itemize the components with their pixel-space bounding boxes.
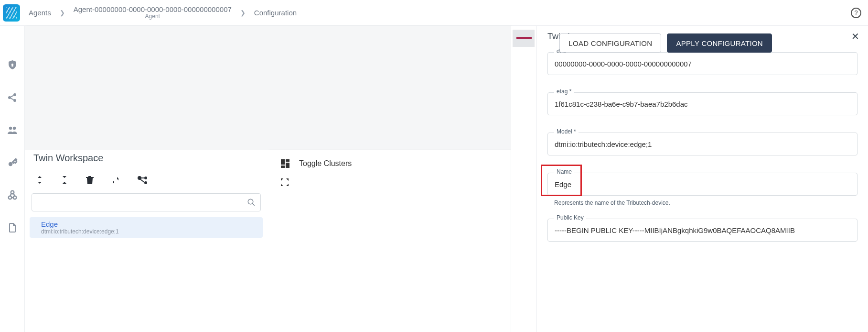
public-key-field[interactable]: [547, 219, 857, 242]
twin-instance-panel: Twin Instance ✕ dtId * etag * Model * Na…: [537, 26, 868, 332]
toggle-clusters-label[interactable]: Toggle Clusters: [299, 159, 352, 168]
shield-icon[interactable]: [7, 59, 18, 71]
name-label: Name: [554, 168, 574, 175]
webhook-icon[interactable]: [7, 189, 18, 201]
chevron-right-icon: ❯: [240, 9, 246, 16]
close-icon[interactable]: ✕: [851, 31, 859, 42]
share-icon[interactable]: [7, 92, 18, 103]
search-icon: [247, 198, 256, 207]
breadcrumb-root[interactable]: Agents: [29, 9, 51, 17]
workspace-item-edge[interactable]: Edge dtmi:io:tributech:device:edge;1: [30, 217, 263, 238]
svg-rect-1: [11, 65, 13, 66]
breadcrumb-agent[interactable]: Agent-00000000-0000-0000-0000-0000000000…: [74, 5, 232, 20]
name-hint: Represents the name of the Tributech-dev…: [554, 199, 857, 206]
minimap[interactable]: [511, 26, 537, 332]
key-icon[interactable]: [7, 157, 18, 168]
svg-point-14: [248, 199, 253, 204]
swap-icon[interactable]: [112, 176, 119, 185]
svg-point-5: [9, 127, 11, 130]
help-icon[interactable]: ?: [851, 8, 861, 18]
graph-icon[interactable]: [138, 176, 148, 185]
svg-rect-17: [286, 163, 289, 168]
breadcrumb-agent-type: Agent: [145, 13, 160, 20]
svg-point-13: [144, 181, 147, 184]
collapse-icon[interactable]: [61, 176, 68, 185]
graph-canvas[interactable]: Toggle Clusters Edge dtmi:io:tributech:d…: [268, 150, 511, 332]
workspace-panel: LOAD CONFIGURATION APPLY CONFIGURATION T…: [25, 26, 511, 332]
etag-label: etag *: [554, 88, 574, 95]
etag-field[interactable]: [547, 92, 857, 115]
search-input-wrapper[interactable]: [32, 193, 261, 211]
workspace-item-title: Edge: [41, 220, 251, 228]
breadcrumb-agent-name: Agent-00000000-0000-0000-0000-0000000000…: [74, 5, 232, 13]
load-configuration-button[interactable]: LOAD CONFIGURATION: [559, 33, 661, 53]
apply-configuration-button[interactable]: APPLY CONFIGURATION: [667, 33, 772, 53]
svg-point-9: [13, 196, 16, 199]
name-field[interactable]: [547, 173, 857, 196]
svg-rect-15: [281, 159, 285, 165]
svg-point-12: [144, 177, 147, 179]
svg-point-8: [8, 196, 11, 199]
workspace-title: Twin Workspace: [33, 153, 259, 164]
breadcrumb: Agents ❯ Agent-00000000-0000-0000-0000-0…: [29, 5, 297, 20]
model-label: Model *: [554, 128, 579, 135]
expand-up-icon[interactable]: [36, 176, 43, 185]
users-icon[interactable]: [7, 124, 18, 136]
fullscreen-icon[interactable]: [281, 178, 289, 186]
breadcrumb-page: Configuration: [254, 9, 297, 17]
public-key-label: Public Key: [554, 214, 586, 221]
svg-rect-16: [286, 159, 289, 162]
workspace-item-subtitle: dtmi:io:tributech:device:edge;1: [41, 228, 251, 235]
svg-point-6: [12, 127, 15, 130]
search-input[interactable]: [37, 198, 247, 207]
delete-icon[interactable]: [86, 176, 94, 185]
document-icon[interactable]: [7, 222, 18, 233]
svg-rect-18: [281, 166, 285, 168]
svg-point-7: [8, 162, 12, 166]
app-logo[interactable]: [3, 4, 20, 22]
nav-rail: [0, 26, 25, 332]
dashboard-icon[interactable]: [281, 159, 289, 168]
model-field[interactable]: [547, 133, 857, 155]
chevron-right-icon: ❯: [60, 9, 65, 16]
